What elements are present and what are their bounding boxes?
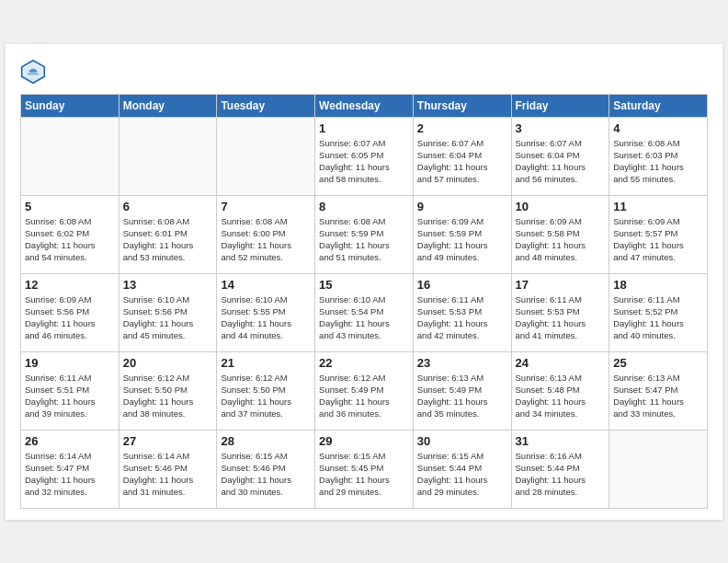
calendar-cell: 15Sunrise: 6:10 AM Sunset: 5:54 PM Dayli… (315, 273, 414, 351)
day-info: Sunrise: 6:08 AM Sunset: 6:02 PM Dayligh… (25, 215, 115, 264)
day-info: Sunrise: 6:11 AM Sunset: 5:52 PM Dayligh… (613, 293, 703, 342)
calendar-cell: 16Sunrise: 6:11 AM Sunset: 5:53 PM Dayli… (413, 273, 511, 351)
day-number: 21 (221, 356, 311, 370)
day-info: Sunrise: 6:07 AM Sunset: 6:04 PM Dayligh… (417, 137, 507, 186)
day-number: 2 (417, 121, 507, 135)
weekday-header: Wednesday (315, 94, 414, 117)
day-number: 6 (123, 200, 213, 213)
day-number: 1 (319, 121, 409, 135)
day-number: 27 (123, 434, 213, 448)
calendar-cell: 7Sunrise: 6:08 AM Sunset: 6:00 PM Daylig… (217, 195, 315, 273)
calendar-cell: 25Sunrise: 6:13 AM Sunset: 5:47 PM Dayli… (609, 351, 708, 430)
day-info: Sunrise: 6:11 AM Sunset: 5:53 PM Dayligh… (417, 293, 507, 342)
day-number: 9 (417, 200, 507, 213)
weekday-row: SundayMondayTuesdayWednesdayThursdayFrid… (21, 94, 708, 117)
day-info: Sunrise: 6:13 AM Sunset: 5:48 PM Dayligh… (516, 372, 606, 420)
day-number: 22 (319, 356, 409, 370)
calendar-cell: 13Sunrise: 6:10 AM Sunset: 5:56 PM Dayli… (119, 273, 217, 351)
calendar-cell: 18Sunrise: 6:11 AM Sunset: 5:52 PM Dayli… (609, 273, 708, 351)
calendar-cell: 9Sunrise: 6:09 AM Sunset: 5:59 PM Daylig… (413, 195, 511, 273)
calendar-header: SundayMondayTuesdayWednesdayThursdayFrid… (21, 94, 708, 117)
day-number: 29 (319, 434, 409, 448)
day-number: 31 (516, 434, 606, 448)
weekday-header: Friday (511, 94, 609, 117)
calendar-week-row: 1Sunrise: 6:07 AM Sunset: 6:05 PM Daylig… (21, 117, 708, 195)
weekday-header: Sunday (21, 94, 119, 117)
calendar-cell (119, 117, 217, 195)
day-number: 7 (221, 200, 311, 213)
day-number: 12 (25, 278, 115, 292)
calendar-container: SundayMondayTuesdayWednesdayThursdayFrid… (6, 44, 722, 520)
calendar-cell: 19Sunrise: 6:11 AM Sunset: 5:51 PM Dayli… (21, 351, 119, 430)
calendar-week-row: 5Sunrise: 6:08 AM Sunset: 6:02 PM Daylig… (21, 195, 708, 273)
day-number: 19 (25, 356, 115, 370)
day-number: 8 (319, 200, 409, 213)
calendar-cell: 10Sunrise: 6:09 AM Sunset: 5:58 PM Dayli… (511, 195, 609, 273)
day-number: 28 (221, 434, 311, 448)
calendar-body: 1Sunrise: 6:07 AM Sunset: 6:05 PM Daylig… (21, 117, 708, 508)
day-number: 18 (613, 278, 703, 292)
calendar-cell: 4Sunrise: 6:08 AM Sunset: 6:03 PM Daylig… (609, 117, 708, 195)
day-number: 16 (417, 278, 507, 292)
calendar-cell: 8Sunrise: 6:08 AM Sunset: 5:59 PM Daylig… (315, 195, 414, 273)
day-info: Sunrise: 6:07 AM Sunset: 6:05 PM Dayligh… (319, 137, 409, 186)
calendar-cell: 1Sunrise: 6:07 AM Sunset: 6:05 PM Daylig… (315, 117, 414, 195)
calendar-cell: 31Sunrise: 6:16 AM Sunset: 5:44 PM Dayli… (511, 430, 609, 508)
calendar-cell: 21Sunrise: 6:12 AM Sunset: 5:50 PM Dayli… (217, 351, 315, 430)
day-info: Sunrise: 6:07 AM Sunset: 6:04 PM Dayligh… (516, 137, 606, 186)
calendar-cell: 28Sunrise: 6:15 AM Sunset: 5:46 PM Dayli… (217, 430, 315, 508)
calendar-cell (609, 430, 708, 508)
calendar-week-row: 19Sunrise: 6:11 AM Sunset: 5:51 PM Dayli… (21, 351, 708, 430)
calendar-cell: 2Sunrise: 6:07 AM Sunset: 6:04 PM Daylig… (413, 117, 511, 195)
calendar-cell: 14Sunrise: 6:10 AM Sunset: 5:55 PM Dayli… (217, 273, 315, 351)
day-number: 10 (516, 200, 606, 213)
calendar-cell: 12Sunrise: 6:09 AM Sunset: 5:56 PM Dayli… (21, 273, 119, 351)
day-info: Sunrise: 6:08 AM Sunset: 6:01 PM Dayligh… (123, 215, 213, 264)
day-info: Sunrise: 6:14 AM Sunset: 5:47 PM Dayligh… (25, 450, 115, 499)
day-info: Sunrise: 6:09 AM Sunset: 5:57 PM Dayligh… (613, 215, 703, 264)
day-info: Sunrise: 6:15 AM Sunset: 5:44 PM Dayligh… (417, 450, 507, 499)
day-number: 3 (516, 121, 606, 135)
calendar-cell (21, 117, 119, 195)
day-info: Sunrise: 6:09 AM Sunset: 5:59 PM Dayligh… (417, 215, 507, 264)
logo (20, 59, 51, 85)
weekday-header: Thursday (413, 94, 511, 117)
weekday-header: Saturday (609, 94, 708, 117)
day-info: Sunrise: 6:15 AM Sunset: 5:45 PM Dayligh… (319, 450, 409, 499)
day-number: 17 (516, 278, 606, 292)
calendar-cell (217, 117, 315, 195)
day-info: Sunrise: 6:12 AM Sunset: 5:50 PM Dayligh… (123, 372, 213, 420)
calendar-cell: 26Sunrise: 6:14 AM Sunset: 5:47 PM Dayli… (21, 430, 119, 508)
day-info: Sunrise: 6:09 AM Sunset: 5:58 PM Dayligh… (516, 215, 606, 264)
day-info: Sunrise: 6:10 AM Sunset: 5:55 PM Dayligh… (221, 293, 311, 342)
calendar-week-row: 12Sunrise: 6:09 AM Sunset: 5:56 PM Dayli… (21, 273, 708, 351)
day-number: 11 (613, 200, 703, 213)
day-info: Sunrise: 6:12 AM Sunset: 5:49 PM Dayligh… (319, 372, 409, 420)
calendar-cell: 24Sunrise: 6:13 AM Sunset: 5:48 PM Dayli… (511, 351, 609, 430)
day-info: Sunrise: 6:12 AM Sunset: 5:50 PM Dayligh… (221, 372, 311, 420)
day-number: 4 (613, 121, 703, 135)
day-number: 25 (613, 356, 703, 370)
calendar-cell: 6Sunrise: 6:08 AM Sunset: 6:01 PM Daylig… (119, 195, 217, 273)
day-info: Sunrise: 6:11 AM Sunset: 5:53 PM Dayligh… (516, 293, 606, 342)
calendar-table: SundayMondayTuesdayWednesdayThursdayFrid… (20, 94, 708, 509)
weekday-header: Monday (119, 94, 217, 117)
day-number: 30 (417, 434, 507, 448)
weekday-header: Tuesday (217, 94, 315, 117)
calendar-cell: 27Sunrise: 6:14 AM Sunset: 5:46 PM Dayli… (119, 430, 217, 508)
calendar-cell: 5Sunrise: 6:08 AM Sunset: 6:02 PM Daylig… (21, 195, 119, 273)
calendar-cell: 22Sunrise: 6:12 AM Sunset: 5:49 PM Dayli… (315, 351, 414, 430)
day-number: 23 (417, 356, 507, 370)
day-info: Sunrise: 6:08 AM Sunset: 5:59 PM Dayligh… (319, 215, 409, 264)
day-number: 15 (319, 278, 409, 292)
day-number: 20 (123, 356, 213, 370)
day-info: Sunrise: 6:10 AM Sunset: 5:54 PM Dayligh… (319, 293, 409, 342)
day-info: Sunrise: 6:15 AM Sunset: 5:46 PM Dayligh… (221, 450, 311, 499)
day-info: Sunrise: 6:16 AM Sunset: 5:44 PM Dayligh… (516, 450, 606, 499)
day-info: Sunrise: 6:08 AM Sunset: 6:00 PM Dayligh… (221, 215, 311, 264)
calendar-cell: 11Sunrise: 6:09 AM Sunset: 5:57 PM Dayli… (609, 195, 708, 273)
logo-icon (20, 59, 46, 85)
day-number: 13 (123, 278, 213, 292)
day-info: Sunrise: 6:13 AM Sunset: 5:47 PM Dayligh… (613, 372, 703, 420)
day-number: 24 (516, 356, 606, 370)
